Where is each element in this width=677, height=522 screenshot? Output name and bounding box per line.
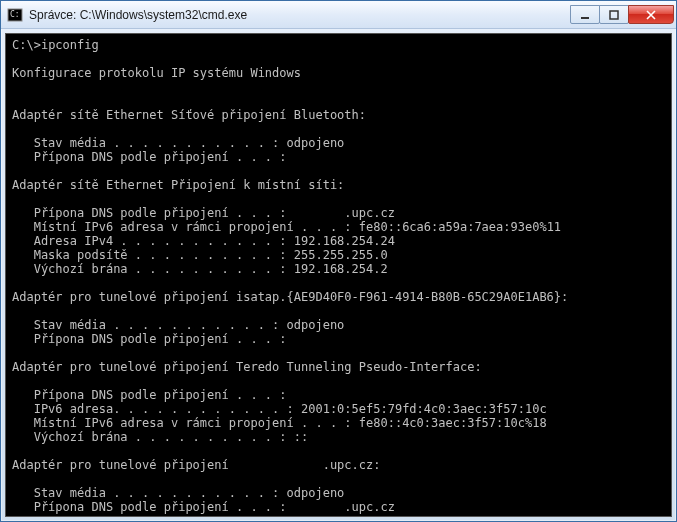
isatap-media-label: Stav média . . . . . . . . . . . : (12, 318, 279, 332)
upc-dns-value: .upc.cz (287, 500, 395, 514)
lan-dns-label: Přípona DNS podle připojení . . . : (12, 206, 287, 220)
adapter-isatap-title: Adaptér pro tunelové připojení isatap.{A… (12, 290, 568, 304)
upc-dns-label: Přípona DNS podle připojení . . . : (12, 500, 287, 514)
prompt: C:\> (12, 38, 41, 52)
command: ipconfig (41, 38, 99, 52)
lan-gw-label: Výchozí brána . . . . . . . . . . : (12, 262, 287, 276)
cmd-icon: C: (7, 7, 23, 23)
teredo-ipv6-value: 2001:0:5ef5:79fd:4c0:3aec:3f57:10c (294, 402, 547, 416)
lan-mask-value: 255.255.255.0 (287, 248, 388, 262)
upc-media-label: Stav média . . . . . . . . . . . : (12, 486, 279, 500)
bt-media-value: odpojeno (279, 136, 344, 150)
window-buttons (571, 5, 674, 24)
isatap-media-value: odpojeno (279, 318, 344, 332)
lan-ll6-value: fe80::6ca6:a59a:7aea:93e0%11 (352, 220, 562, 234)
adapter-bt-title: Adaptér sítě Ethernet Síťové připojení B… (12, 108, 366, 122)
window-title: Správce: C:\Windows\system32\cmd.exe (29, 8, 571, 22)
teredo-gw-value: :: (287, 430, 309, 444)
close-button[interactable] (628, 5, 674, 24)
lan-mask-label: Maska podsítě . . . . . . . . . . : (12, 248, 287, 262)
lan-ipv4-value: 192.168.254.24 (287, 234, 395, 248)
terminal-area[interactable]: C:\>ipconfig Konfigurace protokolu IP sy… (5, 33, 672, 517)
teredo-ll6-value: fe80::4c0:3aec:3f57:10c%18 (352, 416, 547, 430)
header-line: Konfigurace protokolu IP systému Windows (12, 66, 301, 80)
lan-ll6-label: Místní IPv6 adresa v rámci propojení . .… (12, 220, 352, 234)
adapter-lan-title: Adaptér sítě Ethernet Připojení k místní… (12, 178, 344, 192)
teredo-ipv6-label: IPv6 adresa. . . . . . . . . . . . : (12, 402, 294, 416)
titlebar[interactable]: C: Správce: C:\Windows\system32\cmd.exe (1, 1, 676, 29)
teredo-dns-label: Přípona DNS podle připojení . . . : (12, 388, 287, 402)
adapter-upc-title: Adaptér pro tunelové připojení .upc.cz: (12, 458, 380, 472)
svg-rect-3 (610, 11, 618, 19)
bt-dns-label: Přípona DNS podle připojení . . . : (12, 150, 287, 164)
svg-text:C:: C: (10, 10, 20, 19)
isatap-dns-label: Přípona DNS podle připojení . . . : (12, 332, 287, 346)
upc-media-value: odpojeno (279, 486, 344, 500)
maximize-button[interactable] (599, 5, 629, 24)
cmd-window: C: Správce: C:\Windows\system32\cmd.exe … (0, 0, 677, 522)
lan-ipv4-label: Adresa IPv4 . . . . . . . . . . . : (12, 234, 287, 248)
teredo-gw-label: Výchozí brána . . . . . . . . . . : (12, 430, 287, 444)
lan-gw-value: 192.168.254.2 (287, 262, 388, 276)
terminal-output: C:\>ipconfig Konfigurace protokolu IP sy… (12, 38, 665, 517)
minimize-button[interactable] (570, 5, 600, 24)
lan-dns-value: .upc.cz (287, 206, 395, 220)
adapter-teredo-title: Adaptér pro tunelové připojení Teredo Tu… (12, 360, 482, 374)
bt-media-label: Stav média . . . . . . . . . . . : (12, 136, 279, 150)
teredo-ll6-label: Místní IPv6 adresa v rámci propojení . .… (12, 416, 352, 430)
svg-rect-2 (581, 17, 589, 19)
